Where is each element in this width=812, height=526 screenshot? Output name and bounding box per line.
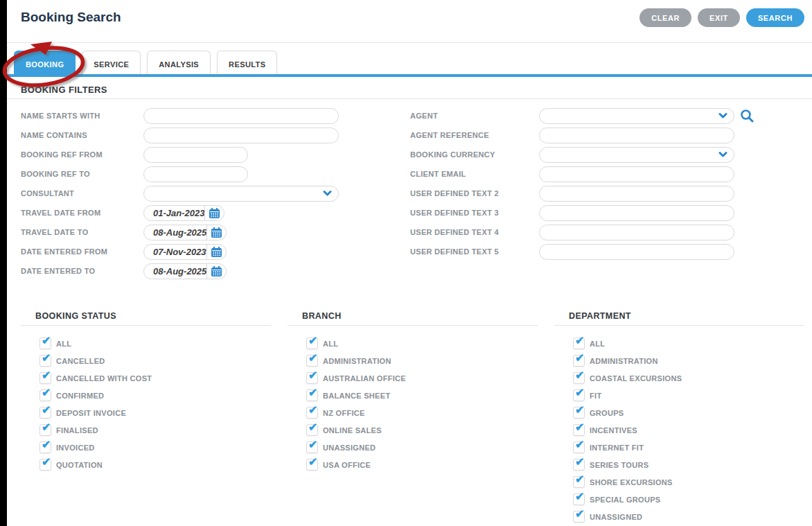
agent-reference-input[interactable] [540,128,734,143]
date-value[interactable]: 07-Nov-2023 [144,247,206,257]
field-row-travel-date-to: TRAVEL DATE TO08-Aug-2025 [21,222,339,242]
consultant-dropdown[interactable] [143,186,339,202]
text-input-pill [539,244,734,260]
field-label: AGENT REFERENCE [410,131,539,139]
chevron-down-icon [718,113,727,119]
checkbox-deposit-invoice[interactable]: ✔ [39,407,51,419]
checkbox-invoiced[interactable]: ✔ [39,441,51,453]
booking-currency-dropdown[interactable] [539,147,734,163]
checkbox-all[interactable]: ✔ [306,337,318,349]
text-input-pill [143,166,248,182]
tab-results[interactable]: RESULTS [217,51,277,77]
checkmark-icon: ✔ [308,457,317,468]
clear-button[interactable]: CLEAR [639,8,691,27]
checkmark-icon: ✔ [42,422,51,433]
checkbox-shore-excursions[interactable]: ✔ [573,476,585,488]
checkbox-balance-sheet[interactable]: ✔ [306,389,318,401]
checkbox-internet-fit[interactable]: ✔ [573,441,585,453]
checkmark-icon: ✔ [42,439,51,450]
checkbox-australian-office[interactable]: ✔ [306,372,318,384]
user-defined-text-4-input[interactable] [540,225,734,240]
page-title: Booking Search [21,10,121,25]
booking-ref-from-input[interactable] [144,148,247,162]
group-branch: BRANCH✔ALL✔ADMINISTRATION✔AUSTRALIAN OFF… [288,309,538,473]
checkbox-cancelled-with-cost[interactable]: ✔ [39,372,51,384]
tab-service[interactable]: SERVICE [82,51,141,77]
checkmark-icon: ✔ [308,353,317,364]
calendar-button[interactable] [206,245,226,259]
user-defined-text-2-input[interactable] [540,186,734,201]
checkbox-row-special-groups: ✔SPECIAL GROUPS [573,491,804,508]
date-value[interactable]: 01-Jan-2023 [144,208,204,218]
field-label: BOOKING CURRENCY [410,150,539,159]
field-label: AGENT [410,112,539,120]
checkbox-nz-office[interactable]: ✔ [306,407,318,419]
calendar-icon [211,247,222,257]
checkbox-label: COASTAL EXCURSIONS [590,374,682,383]
date-value[interactable]: 08-Aug-2025 [144,266,206,277]
checkbox-incentives[interactable]: ✔ [573,424,585,436]
chevron-down-icon [718,152,727,158]
calendar-button[interactable] [204,206,224,220]
checkbox-row-shore-excursions: ✔SHORE EXCURSIONS [573,473,804,491]
user-defined-text-3-input[interactable] [540,206,734,220]
checkbox-special-groups[interactable]: ✔ [573,493,585,505]
search-button[interactable]: SEARCH [746,8,804,27]
checkbox-usa-office[interactable]: ✔ [306,459,318,471]
checkbox-series-tours[interactable]: ✔ [573,459,585,471]
exit-button[interactable]: EXIT [698,8,740,27]
checkbox-confirmed[interactable]: ✔ [39,389,51,401]
field-row-user-defined-text-3: USER DEFINED TEXT 3 [410,203,754,222]
calendar-button[interactable] [206,264,226,279]
checkmark-icon: ✔ [308,335,317,347]
checkbox-row-all: ✔ALL [39,335,271,352]
field-label: USER DEFINED TEXT 4 [410,228,539,236]
checkbox-fit[interactable]: ✔ [573,389,585,401]
checkbox-groups[interactable]: ✔ [573,407,585,419]
tab-booking[interactable]: BOOKING [14,51,76,77]
date-value[interactable]: 08-Aug-2025 [144,227,206,238]
checkbox-finalised[interactable]: ✔ [39,424,51,436]
field-row-name-contains: NAME CONTAINS [21,125,339,145]
checkbox-all[interactable]: ✔ [573,337,585,349]
checkbox-row-administration: ✔ADMINISTRATION [306,352,538,369]
checkbox-cancelled[interactable]: ✔ [39,355,51,367]
checkbox-online-sales[interactable]: ✔ [306,424,318,436]
booking-ref-to-input[interactable] [144,167,247,182]
client-email-input[interactable] [540,167,734,182]
calendar-button[interactable] [206,225,226,240]
text-input-pill [539,166,734,182]
checkbox-row-groups: ✔GROUPS [573,404,804,421]
checkbox-label: SHORE EXCURSIONS [590,478,673,486]
checkbox-row-finalised: ✔FINALISED [39,421,271,439]
user-defined-text-5-input[interactable] [540,245,734,259]
text-input-pill [143,147,248,163]
checkbox-label: BALANCE SHEET [323,392,390,400]
checkmark-icon: ✔ [42,353,51,364]
checkbox-administration[interactable]: ✔ [306,355,318,367]
checkbox-administration[interactable]: ✔ [573,355,585,367]
search-icon[interactable] [740,109,754,123]
checkbox-all[interactable]: ✔ [39,337,51,349]
agent-dropdown[interactable] [539,108,734,124]
checkbox-quotation[interactable]: ✔ [39,459,51,471]
name-contains-input[interactable] [144,128,338,143]
checkmark-icon: ✔ [308,387,317,398]
checkbox-unassigned[interactable]: ✔ [573,511,585,523]
checkbox-label: USA OFFICE [323,461,371,469]
checkmark-icon: ✔ [308,405,317,416]
group-items: ✔ALL✔CANCELLED✔CANCELLED WITH COST✔CONFI… [39,335,271,473]
checkbox-label: ADMINISTRATION [323,357,391,365]
agent-input[interactable] [540,109,734,123]
checkbox-label: ALL [323,340,338,348]
checkbox-unassigned[interactable]: ✔ [306,441,318,453]
checkbox-coastal-excursions[interactable]: ✔ [573,372,585,384]
group-items: ✔ALL✔ADMINISTRATION✔COASTAL EXCURSIONS✔F… [573,335,804,525]
checkmark-icon: ✔ [575,387,584,398]
booking-currency-input[interactable] [540,148,734,162]
checkbox-row-online-sales: ✔ONLINE SALES [306,421,538,439]
checkbox-row-internet-fit: ✔INTERNET FIT [573,439,804,456]
tab-analysis[interactable]: ANALYSIS [147,51,211,77]
name-starts-with-input[interactable] [144,109,338,123]
consultant-input[interactable] [144,186,338,201]
